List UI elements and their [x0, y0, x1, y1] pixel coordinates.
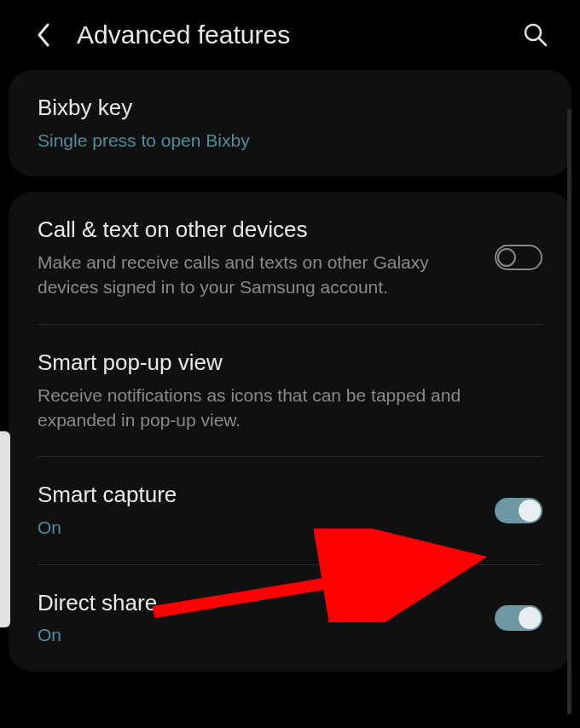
setting-text: Smart pop-up view Receive notifications … [38, 349, 542, 433]
setting-subtitle: Single press to open Bixby [38, 128, 542, 153]
svg-line-1 [539, 38, 546, 45]
setting-text: Call & text on other devices Make and re… [38, 216, 478, 300]
setting-title: Bixby key [38, 94, 542, 123]
left-scroll-handle[interactable] [0, 431, 10, 627]
toggle-call-text[interactable] [495, 245, 542, 270]
setting-title: Call & text on other devices [38, 216, 478, 245]
setting-subtitle: Make and receive calls and texts on othe… [38, 250, 478, 300]
setting-text: Smart capture On [38, 481, 478, 540]
setting-subtitle: On [38, 515, 478, 540]
settings-group-bixby: Bixby key Single press to open Bixby [9, 70, 571, 176]
content: Bixby key Single press to open Bixby Cal… [0, 70, 580, 672]
setting-title: Direct share [38, 589, 478, 618]
back-button[interactable] [32, 25, 53, 45]
right-scrollbar[interactable] [567, 109, 571, 714]
toggle-smart-capture[interactable] [495, 498, 542, 523]
toggle-knob [519, 607, 541, 629]
toggle-knob [497, 248, 516, 267]
settings-group-main: Call & text on other devices Make and re… [9, 192, 571, 672]
setting-text: Direct share On [38, 589, 478, 648]
setting-direct-share[interactable]: Direct share On [9, 565, 571, 672]
setting-call-text[interactable]: Call & text on other devices Make and re… [9, 192, 571, 324]
setting-text: Bixby key Single press to open Bixby [38, 94, 542, 153]
header: Advanced features [0, 0, 580, 70]
setting-smart-capture[interactable]: Smart capture On [9, 457, 571, 563]
setting-title: Smart capture [38, 481, 478, 510]
setting-subtitle: On [38, 622, 478, 647]
setting-subtitle: Receive notifications as icons that can … [38, 383, 542, 433]
search-button[interactable] [522, 21, 549, 49]
toggle-knob [519, 500, 541, 522]
setting-title: Smart pop-up view [38, 349, 542, 378]
search-icon [523, 22, 548, 48]
chevron-left-icon [35, 22, 50, 48]
toggle-direct-share[interactable] [495, 605, 542, 631]
setting-bixby-key[interactable]: Bixby key Single press to open Bixby [9, 70, 571, 176]
setting-popup-view[interactable]: Smart pop-up view Receive notifications … [9, 325, 571, 457]
page-title: Advanced features [77, 20, 498, 49]
